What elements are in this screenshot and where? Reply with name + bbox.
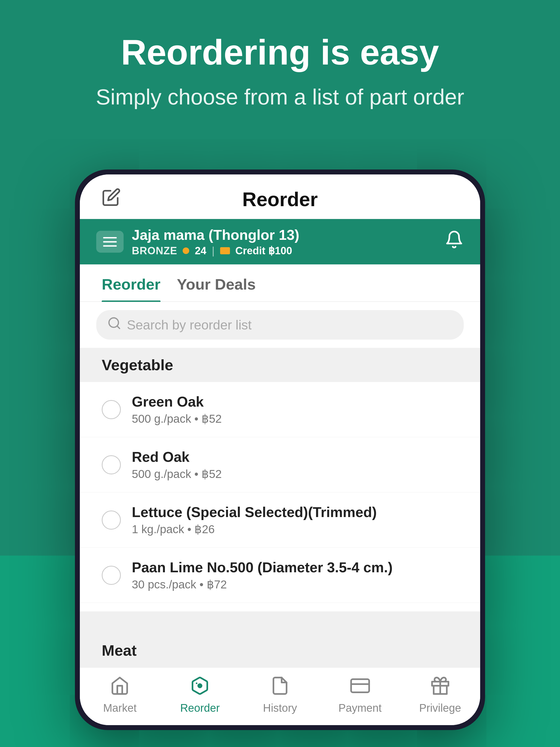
tab-your-deals[interactable]: Your Deals: [177, 264, 256, 301]
store-info: Jaja mama (Thonglor 13) BRONZE 24 | Cred…: [132, 227, 299, 257]
nav-label-privilege: Privilege: [419, 702, 461, 714]
credit-value: Credit ฿100: [235, 245, 292, 257]
hero-title: Reordering is easy: [27, 33, 533, 72]
product-info: Red Oak 500 g./pack • ฿52: [132, 449, 458, 481]
tab-reorder[interactable]: Reorder: [102, 264, 160, 301]
nav-label-payment: Payment: [338, 702, 382, 714]
hero-section: Reordering is easy Simply choose from a …: [0, 33, 560, 111]
product-name: Red Oak: [132, 449, 458, 465]
device-frame: Reorder Jaja mama (Thonglor 13) BRONZE: [75, 170, 485, 730]
svg-line-1: [117, 326, 120, 328]
device-wrapper: Reorder Jaja mama (Thonglor 13) BRONZE: [75, 170, 485, 730]
edit-icon[interactable]: [102, 187, 121, 211]
product-meta: 30 pcs./pack • ฿72: [132, 578, 458, 591]
category-spacer: [80, 611, 480, 633]
credit-icon: [220, 247, 230, 254]
bottom-navigation: Market Reorder: [80, 667, 480, 725]
nav-item-payment[interactable]: Payment: [320, 676, 400, 714]
payment-icon: [350, 676, 370, 699]
product-name: Lettuce (Special Selected)(Trimmed): [132, 504, 458, 520]
points-value: 24: [195, 245, 206, 257]
nav-label-history: History: [263, 702, 297, 714]
radio-red-oak[interactable]: [102, 455, 121, 474]
category-vegetable-header: Vegetable: [80, 348, 480, 382]
menu-button[interactable]: [96, 231, 124, 253]
list-item[interactable]: Lettuce (Special Selected)(Trimmed) 1 kg…: [80, 492, 480, 548]
document-icon: [270, 676, 290, 699]
product-info: Green Oak 500 g./pack • ฿52: [132, 393, 458, 426]
reorder-icon: [190, 676, 210, 699]
tabs-bar: Reorder Your Deals: [80, 264, 480, 302]
category-title: Vegetable: [102, 356, 458, 374]
category-title-meat: Meat: [102, 641, 458, 659]
search-input[interactable]: Search by reorder list: [127, 317, 252, 333]
nav-item-reorder[interactable]: Reorder: [160, 676, 240, 714]
nav-label-market: Market: [103, 702, 136, 714]
product-meta: 1 kg./pack • ฿26: [132, 522, 458, 536]
search-input-wrapper[interactable]: Search by reorder list: [96, 310, 464, 340]
list-item[interactable]: Green Oak 500 g./pack • ฿52: [80, 382, 480, 437]
radio-paan-lime[interactable]: [102, 566, 121, 585]
radio-green-oak[interactable]: [102, 400, 121, 419]
radio-lettuce[interactable]: [102, 511, 121, 530]
nav-item-market[interactable]: Market: [80, 676, 160, 714]
store-name: Jaja mama (Thonglor 13): [132, 227, 299, 243]
hero-subtitle: Simply choose from a list of part order: [27, 83, 533, 111]
store-bar: Jaja mama (Thonglor 13) BRONZE 24 | Cred…: [80, 219, 480, 264]
category-meat-header: Meat: [80, 633, 480, 667]
store-bar-left: Jaja mama (Thonglor 13) BRONZE 24 | Cred…: [96, 227, 299, 257]
page-title: Reorder: [242, 188, 318, 210]
tier-badge: BRONZE: [132, 245, 177, 257]
gift-icon: [430, 676, 450, 699]
device-screen: Reorder Jaja mama (Thonglor 13) BRONZE: [80, 175, 480, 725]
store-meta: BRONZE 24 | Credit ฿100: [132, 245, 299, 257]
list-item[interactable]: Paan Lime No.500 (Diameter 3.5-4 cm.) 30…: [80, 548, 480, 603]
product-meta: 500 g./pack • ฿52: [132, 412, 458, 426]
product-meta: 500 g./pack • ฿52: [132, 467, 458, 481]
app-header: Reorder: [80, 175, 480, 219]
svg-rect-4: [351, 679, 369, 692]
search-icon: [107, 316, 121, 334]
notification-bell-icon[interactable]: [444, 230, 464, 254]
list-item[interactable]: Red Oak 500 g./pack • ฿52: [80, 437, 480, 492]
svg-point-3: [196, 682, 198, 684]
home-icon: [110, 676, 130, 699]
nav-item-history[interactable]: History: [240, 676, 320, 714]
svg-point-2: [198, 684, 202, 687]
search-bar: Search by reorder list: [80, 302, 480, 348]
tier-dot: [183, 248, 189, 254]
product-info: Paan Lime No.500 (Diameter 3.5-4 cm.) 30…: [132, 559, 458, 591]
product-info: Lettuce (Special Selected)(Trimmed) 1 kg…: [132, 504, 458, 536]
product-name: Green Oak: [132, 393, 458, 410]
product-list-vegetable: Green Oak 500 g./pack • ฿52 Red Oak 500 …: [80, 382, 480, 611]
nav-label-reorder: Reorder: [180, 702, 220, 714]
product-name: Paan Lime No.500 (Diameter 3.5-4 cm.): [132, 559, 458, 575]
nav-item-privilege[interactable]: Privilege: [400, 676, 480, 714]
